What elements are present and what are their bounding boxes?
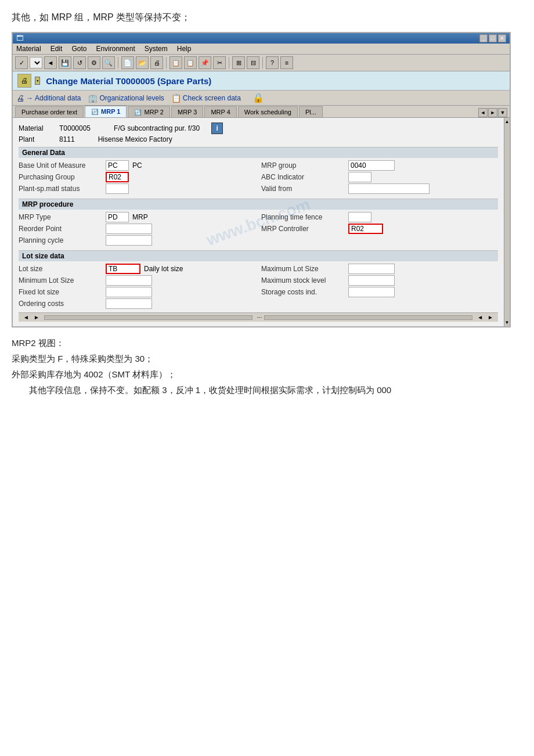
max-lot-label: Maximum Lot Size — [261, 265, 348, 273]
tab-nav-expand[interactable]: ▼ — [498, 108, 507, 117]
bottom-text-1: MRP2 视图： — [12, 338, 522, 349]
header-dot: ▪ — [35, 77, 40, 85]
ordering-costs-input[interactable] — [106, 298, 152, 309]
menu-material[interactable]: Material — [16, 45, 41, 53]
max-stock-input[interactable] — [348, 275, 395, 286]
mrp-type-label: MRP Type — [19, 213, 106, 221]
fixed-lot-input[interactable] — [106, 287, 152, 297]
h-scroll-far-right[interactable]: ► — [485, 314, 496, 321]
menu-edit[interactable]: Edit — [50, 45, 63, 53]
base-unit-input[interactable] — [106, 160, 129, 171]
sep4 — [262, 57, 263, 69]
mrp-type-row: MRP Type MRP — [19, 212, 255, 222]
h-scroll-right[interactable]: ► — [31, 314, 42, 321]
copy-button[interactable]: 📋 — [184, 56, 197, 69]
find-button[interactable]: 🔍 — [102, 56, 115, 69]
content-area: www.bcn.com Material T0000005 F/G subcon… — [13, 118, 510, 326]
check-screen-label: Check screen data — [183, 94, 241, 102]
sep1 — [118, 57, 118, 69]
max-lot-input[interactable] — [348, 264, 395, 274]
storage-costs-input[interactable] — [348, 287, 395, 297]
tab-mrp1[interactable]: 🔃 MRP 1 — [85, 106, 127, 117]
tab-mrp4-label: MRP 4 — [211, 109, 230, 116]
mrp-controller-input[interactable] — [348, 224, 383, 234]
additional-data-action[interactable]: 🖨 → Additional data — [16, 93, 81, 103]
plant-matl-input[interactable] — [106, 183, 129, 194]
back-button[interactable]: ✓ — [15, 56, 28, 69]
abc-indicator-input[interactable] — [348, 172, 371, 182]
max-stock-row: Maximum stock level — [261, 275, 498, 286]
reorder-point-input[interactable] — [106, 224, 152, 234]
h-scroll-track — [44, 315, 252, 320]
bottom-scroll: ◄ ► ··· ◄ ► — [19, 312, 498, 322]
tab-mrp4[interactable]: MRP 4 — [204, 106, 236, 117]
menu-environment[interactable]: Environment — [96, 45, 135, 53]
base-unit-row: Base Unit of Measure PC — [19, 160, 255, 171]
tabs-bar: Purchase order text 🔃 MRP 1 🔃 MRP 2 MRP … — [13, 106, 510, 118]
tab-pl[interactable]: Pl... — [299, 106, 323, 117]
sep2 — [166, 57, 167, 69]
lot-size-fields: Lot size Daily lot size Minimum Lot Size… — [19, 264, 498, 310]
info-button[interactable]: i — [211, 123, 223, 134]
new-button[interactable]: 📄 — [121, 56, 134, 69]
purchasing-group-input[interactable] — [106, 172, 129, 182]
tab-nav-left[interactable]: ◄ — [478, 108, 488, 117]
open-button[interactable]: 📂 — [136, 56, 149, 69]
material-desc: F/G subcontracting pur. f/30 — [114, 124, 200, 132]
sap-window: 🗔 _ □ ✕ Material Edit Goto Environment S… — [12, 32, 511, 327]
mrp-procedure-left: MRP Type MRP Reorder Point Planning cycl… — [19, 212, 255, 247]
tab-work-scheduling[interactable]: Work scheduling — [238, 106, 298, 117]
tab-purchase-order-text[interactable]: Purchase order text — [15, 106, 84, 117]
check-screen-icon: 📋 — [171, 93, 181, 103]
max-stock-label: Maximum stock level — [261, 276, 348, 285]
mrp-type-input[interactable] — [106, 212, 129, 222]
minimize-button[interactable]: _ — [479, 34, 488, 42]
h-scroll-left[interactable]: ◄ — [21, 314, 31, 321]
planning-time-row: Planning time fence — [261, 212, 498, 222]
tab-nav-right[interactable]: ► — [488, 108, 497, 117]
maximize-button[interactable]: □ — [489, 34, 497, 42]
min-lot-input[interactable] — [106, 275, 152, 286]
paste-button[interactable]: 📌 — [199, 56, 211, 69]
menu-system[interactable]: System — [145, 45, 168, 53]
plant-matl-row: Plant-sp.matl status — [19, 183, 255, 194]
toolbar-dropdown[interactable] — [30, 57, 42, 69]
material-row: Material T0000005 F/G subcontracting pur… — [19, 123, 498, 134]
sep3 — [229, 57, 229, 69]
h-scroll-far-left[interactable]: ◄ — [475, 314, 485, 321]
refresh-button[interactable]: ↺ — [73, 56, 86, 69]
header-title: Change Material T0000005 (Spare Parts) — [46, 76, 211, 86]
lot-size-input[interactable] — [106, 264, 140, 274]
menu-help[interactable]: Help — [177, 45, 192, 53]
layout1-button[interactable]: ⊞ — [232, 56, 245, 69]
help-button[interactable]: ? — [266, 56, 279, 69]
valid-from-input[interactable] — [348, 183, 430, 194]
h-scroll-track-right — [264, 315, 472, 320]
tab-mrp2-icon: 🔃 — [134, 109, 141, 116]
org-levels-action[interactable]: 🏢 Organizational levels — [88, 93, 164, 103]
fixed-lot-label: Fixed lot size — [19, 288, 106, 296]
scroll-down[interactable]: ▼ — [505, 320, 510, 325]
tab-mrp3[interactable]: MRP 3 — [171, 106, 203, 117]
check-screen-action[interactable]: 📋 Check screen data — [171, 93, 241, 103]
planning-cycle-input[interactable] — [106, 235, 152, 246]
tab-nav-buttons: ◄ ► ▼ — [478, 108, 507, 117]
menu-goto[interactable]: Goto — [71, 45, 86, 53]
material-label: Material — [19, 124, 59, 132]
bottom-text-2: 采购类型为 F，特殊采购类型为 30； — [12, 354, 522, 365]
scroll-up[interactable]: ▲ — [505, 119, 510, 124]
clipboard-button[interactable]: 📋 — [169, 56, 182, 69]
close-button[interactable]: ✕ — [498, 34, 506, 42]
tab-mrp2[interactable]: 🔃 MRP 2 — [128, 106, 169, 117]
prev-button[interactable]: ◄ — [44, 56, 57, 69]
layout2-button[interactable]: ⊟ — [247, 56, 259, 69]
select-button[interactable]: ✂ — [213, 56, 226, 69]
customize-button[interactable]: ≡ — [280, 56, 293, 69]
planning-time-input[interactable] — [348, 212, 371, 222]
sap-titlebar: 🗔 _ □ ✕ — [13, 33, 510, 44]
print-button[interactable]: 🖨 — [150, 56, 163, 69]
save-button[interactable]: 💾 — [59, 56, 71, 69]
tab-work-label: Work scheduling — [244, 109, 291, 116]
mrp-group-input[interactable] — [348, 160, 395, 171]
execute-button[interactable]: ⚙ — [88, 56, 100, 69]
